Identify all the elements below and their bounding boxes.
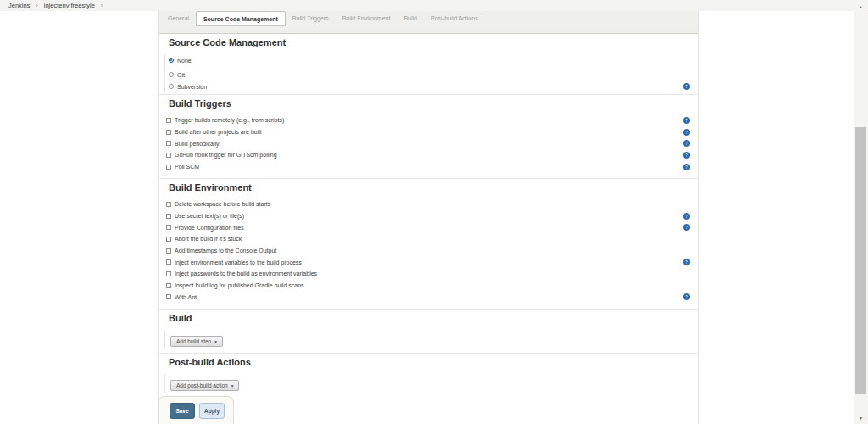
checkbox-label[interactable]: Inject environment variables to the buil… (175, 259, 302, 265)
checkbox-row: With Ant ? (166, 292, 698, 304)
apply-button[interactable]: Apply (199, 403, 225, 419)
checkbox-build-periodically[interactable] (166, 141, 171, 146)
checkbox-label[interactable]: Use secret text(s) or file(s) (175, 213, 244, 219)
radio-subversion[interactable] (169, 84, 174, 89)
checkbox-label[interactable]: Delete workspace before build starts (175, 201, 270, 207)
section-build: Build Add build step ▾ (159, 310, 698, 354)
checkbox-add-timestamps[interactable] (166, 248, 171, 254)
checkbox-row: Build after other projects are built ? (166, 126, 698, 138)
help-icon[interactable]: ? (683, 83, 690, 90)
help-icon[interactable]: ? (683, 117, 690, 124)
scrollbar-thumb[interactable] (855, 127, 866, 394)
checkbox-row: Trigger builds remotely (e.g., from scri… (166, 114, 698, 126)
radio-label[interactable]: Subversion (177, 84, 207, 90)
jenkins-config-page: Jenkins › injectenv freestyle › General … (0, 0, 868, 424)
checkbox-build-after-projects[interactable] (166, 130, 171, 135)
checkbox-inspect-gradle-scans[interactable] (166, 283, 171, 288)
section-title: Post-build Actions (169, 357, 698, 367)
breadcrumb-chevron-icon: › (36, 3, 37, 8)
section-build-triggers: Build Triggers Trigger builds remotely (… (159, 95, 698, 179)
scroll-up-icon[interactable]: ▲ (854, 0, 868, 13)
section-title: Build Environment (169, 182, 698, 192)
checkbox-row: GitHub hook trigger for GITScm polling ? (166, 149, 698, 161)
config-content-column: General Source Code Management Build Tri… (158, 11, 699, 424)
checkbox-row: Inject passwords to the build as environ… (166, 268, 698, 280)
breadcrumb-link-jenkins[interactable]: Jenkins (8, 2, 30, 9)
chevron-down-icon: ▾ (214, 339, 217, 344)
checkbox-label[interactable]: Inspect build log for published Gradle b… (175, 282, 304, 288)
section-source-code-management: Source Code Management None Git Subversi… (159, 34, 698, 95)
checkbox-label[interactable]: Add timestamps to the Console Output (175, 248, 276, 254)
checkbox-inject-env-variables[interactable] (166, 259, 171, 265)
checkbox-label[interactable]: Inject passwords to the build as environ… (175, 271, 317, 276)
radio-row-subversion: Subversion ? (169, 81, 698, 92)
checkbox-label[interactable]: Poll SCM (175, 164, 199, 170)
checkbox-row: Delete workspace before build starts (166, 198, 698, 210)
checkbox-label[interactable]: Provide Configuration files (175, 225, 244, 231)
help-icon[interactable]: ? (683, 129, 690, 136)
checkbox-row: Inject environment variables to the buil… (166, 256, 698, 268)
save-bar: Save Apply (158, 396, 234, 424)
radio-label[interactable]: None (177, 58, 192, 64)
checkbox-label[interactable]: Build periodically (175, 141, 220, 147)
checkbox-inject-passwords[interactable] (166, 271, 171, 276)
help-icon[interactable]: ? (683, 224, 690, 231)
help-icon[interactable]: ? (683, 152, 690, 159)
checkbox-label[interactable]: Abort the build if it's stuck (175, 236, 242, 242)
tab-general[interactable]: General (161, 11, 196, 26)
post-build-action-group: Add post-build action ▾ (164, 374, 698, 393)
radio-git[interactable] (169, 72, 174, 77)
checkbox-row: Inspect build log for published Gradle b… (166, 280, 698, 292)
tab-post-build-actions[interactable]: Post-build Actions (424, 11, 485, 26)
checkbox-row: Build periodically ? (166, 137, 698, 149)
checkbox-provide-config-files[interactable] (166, 225, 171, 230)
checkbox-use-secret-text[interactable] (166, 214, 171, 219)
checkbox-abort-stuck-build[interactable] (166, 237, 171, 242)
build-step-group: Add build step ▾ (164, 330, 698, 349)
checkbox-label[interactable]: Build after other projects are built (175, 129, 262, 135)
help-icon[interactable]: ? (683, 293, 690, 300)
radio-none[interactable] (169, 58, 174, 63)
environment-checkbox-group: Delete workspace before build starts Use… (166, 198, 698, 303)
section-build-environment: Build Environment Delete workspace befor… (159, 179, 698, 310)
checkbox-row: Add timestamps to the Console Output (166, 245, 698, 257)
add-post-build-action-button[interactable]: Add post-build action ▾ (170, 380, 239, 391)
add-post-build-action-label: Add post-build action (176, 382, 228, 388)
checkbox-row: Poll SCM ? (166, 161, 698, 173)
checkbox-github-hook[interactable] (166, 153, 171, 158)
checkbox-row: Provide Configuration files ? (166, 221, 698, 233)
section-post-build-actions: Post-build Actions Add post-build action… (159, 354, 698, 424)
scm-radio-group: None Git Subversion ? (164, 54, 698, 92)
radio-row-none: None (169, 54, 698, 66)
checkbox-row: Abort the build if it's stuck (166, 233, 698, 245)
add-build-step-label: Add build step (176, 338, 211, 344)
breadcrumb-link-job[interactable]: injectenv freestyle (44, 2, 95, 9)
section-title: Build Triggers (169, 98, 698, 109)
section-title: Build (169, 313, 698, 323)
checkbox-label[interactable]: With Ant (175, 294, 197, 300)
triggers-checkbox-group: Trigger builds remotely (e.g., from scri… (166, 114, 698, 172)
checkbox-label[interactable]: Trigger builds remotely (e.g., from scri… (175, 117, 284, 123)
checkbox-with-ant[interactable] (166, 294, 171, 299)
tab-build[interactable]: Build (397, 11, 424, 26)
radio-label[interactable]: Git (177, 72, 185, 78)
help-icon[interactable]: ? (683, 213, 690, 220)
checkbox-trigger-remote[interactable] (166, 118, 171, 123)
tab-build-environment[interactable]: Build Environment (336, 11, 398, 26)
help-icon[interactable]: ? (683, 140, 690, 147)
breadcrumb-chevron-icon[interactable]: › (101, 3, 103, 8)
scroll-down-icon[interactable]: ▼ (854, 411, 868, 424)
section-title: Source Code Management (169, 37, 698, 47)
vertical-scrollbar[interactable]: ▲ ▼ (854, 0, 868, 424)
chevron-down-icon: ▾ (231, 383, 234, 388)
add-build-step-button[interactable]: Add build step ▾ (170, 336, 223, 347)
help-icon[interactable]: ? (683, 164, 690, 170)
checkbox-poll-scm[interactable] (166, 165, 171, 170)
save-button[interactable]: Save (170, 403, 195, 419)
help-icon[interactable]: ? (683, 259, 690, 265)
checkbox-delete-workspace[interactable] (166, 202, 171, 207)
tab-build-triggers[interactable]: Build Triggers (286, 11, 336, 26)
checkbox-label[interactable]: GitHub hook trigger for GITScm polling (175, 152, 277, 158)
tab-source-code-management[interactable]: Source Code Management (196, 11, 286, 26)
breadcrumb: Jenkins › injectenv freestyle › (0, 0, 854, 11)
